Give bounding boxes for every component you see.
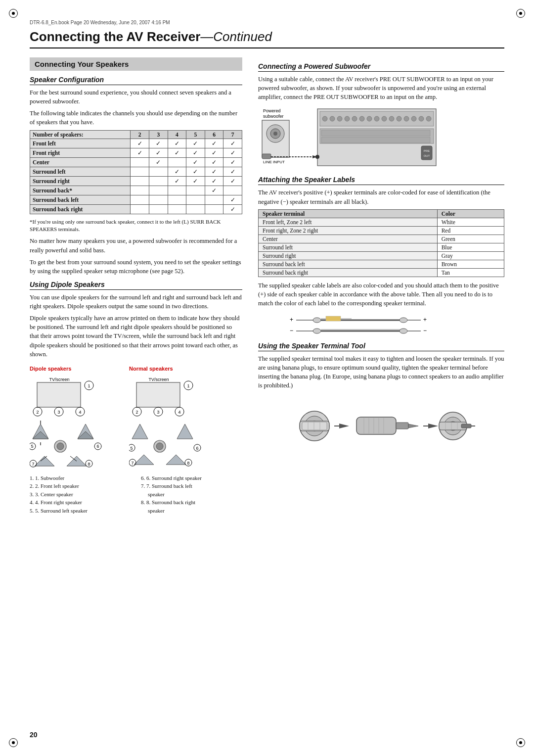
check-cell — [131, 176, 149, 186]
svg-text:Powered: Powered — [263, 108, 281, 113]
fn-7: 7. 7. Surround back left — [141, 482, 242, 490]
check-cell — [168, 195, 186, 204]
fn-8b: speaker — [141, 507, 242, 515]
svg-point-68 — [352, 116, 357, 121]
table-row: Surround leftBlue — [259, 243, 504, 251]
speaker-name: Surround back right — [30, 204, 131, 214]
svg-rect-80 — [321, 130, 430, 136]
svg-point-73 — [389, 116, 394, 121]
speaker-config-para2: The following table indicates the channe… — [30, 109, 242, 127]
svg-marker-124 — [428, 424, 438, 428]
svg-text:OUT: OUT — [424, 154, 430, 157]
terminal-color: Green — [437, 235, 504, 243]
subwoofer-para1: Using a suitable cable, connect the AV r… — [258, 75, 504, 101]
check-cell: ✓ — [205, 139, 223, 148]
corner-mark-br — [516, 738, 525, 747]
check-cell — [186, 195, 205, 204]
svg-point-90 — [313, 318, 321, 323]
check-cell: ✓ — [149, 148, 168, 157]
table-row: Surround right✓✓✓✓ — [30, 176, 242, 186]
normal-label-text: Normal speakers — [129, 366, 173, 372]
check-cell: ✓ — [223, 204, 242, 214]
check-cell: ✓ — [205, 157, 223, 167]
svg-point-78 — [426, 116, 431, 121]
svg-text:4: 4 — [178, 410, 180, 415]
terminal-name: Front right, Zone 2 right — [259, 226, 438, 235]
cable-label-area: + + − — [258, 313, 504, 337]
svg-text:4: 4 — [79, 410, 81, 415]
svg-rect-116 — [356, 417, 396, 434]
check-cell — [149, 167, 168, 176]
check-cell: ✓ — [186, 157, 205, 167]
title-main: Connecting the AV Receiver — [30, 29, 200, 44]
col-header-5: 5 — [186, 130, 205, 139]
svg-text:8: 8 — [88, 462, 90, 467]
speaker-config-para4: To get the best from your surround sound… — [30, 258, 242, 276]
dipole-para2: Dipole speakers typically have an arrow … — [30, 314, 242, 359]
svg-text:6: 6 — [96, 444, 99, 449]
svg-marker-48 — [134, 455, 154, 465]
terminal-color: Tan — [437, 268, 504, 277]
fn-4: 4. 4. Front right speaker — [30, 498, 131, 507]
svg-text:6: 6 — [196, 446, 198, 451]
terminal-name: Surround back right — [259, 268, 438, 277]
svg-point-66 — [337, 116, 342, 121]
check-cell — [131, 157, 149, 167]
check-cell — [149, 204, 168, 214]
svg-text:+: + — [290, 316, 293, 323]
check-cell: ✓ — [223, 157, 242, 167]
svg-text:5: 5 — [31, 444, 33, 449]
check-cell: ✓ — [186, 176, 205, 186]
section-box-speakers: Connecting Your Speakers — [30, 57, 242, 71]
right-column: Connecting a Powered Subwoofer Using a s… — [258, 57, 504, 515]
normal-diagram: TV/screen 1 2 3 — [129, 375, 221, 471]
check-cell: ✓ — [205, 176, 223, 186]
svg-marker-43 — [177, 424, 193, 439]
check-cell: ✓ — [168, 139, 186, 148]
svg-text:subwoofer: subwoofer — [263, 114, 284, 119]
check-cell: ✓ — [186, 167, 205, 176]
table-row: Center✓✓✓✓ — [30, 157, 242, 167]
check-cell: ✓ — [223, 148, 242, 157]
svg-point-76 — [411, 116, 416, 121]
speaker-name: Surround back* — [30, 186, 131, 195]
normal-label: Normal speakers — [129, 365, 221, 373]
check-cell: ✓ — [168, 167, 186, 176]
check-cell — [186, 204, 205, 214]
check-cell — [186, 186, 205, 195]
terminal-color: Red — [437, 226, 504, 235]
check-cell — [149, 176, 168, 186]
col-header-2: 2 — [131, 130, 149, 139]
check-cell — [168, 157, 186, 167]
svg-text:2: 2 — [36, 410, 39, 415]
terminal-name: Front left, Zone 2 left — [259, 218, 438, 226]
svg-point-67 — [345, 116, 350, 121]
table-row: Front left✓✓✓✓✓✓ — [30, 139, 242, 148]
subsection-dipole: Using Dipole Speakers — [30, 281, 242, 290]
check-cell — [205, 204, 223, 214]
check-cell: ✓ — [186, 148, 205, 157]
svg-text:2: 2 — [135, 410, 138, 415]
check-cell: ✓ — [223, 167, 242, 176]
svg-point-74 — [397, 116, 401, 121]
diagrams-row: TV/screen 1 2 3 — [30, 375, 242, 471]
header-meta: DTR-6.8_En.book Page 20 Wednesday, June … — [30, 20, 504, 25]
table-row: Surround back rightTan — [259, 268, 504, 277]
svg-point-65 — [330, 116, 335, 121]
svg-rect-81 — [321, 137, 430, 143]
table-row: Front right✓✓✓✓✓✓ — [30, 148, 242, 157]
speaker-name: Surround back left — [30, 195, 131, 204]
check-cell — [131, 195, 149, 204]
fn-2: 2. 2. Front left speaker — [30, 482, 131, 490]
svg-text:1: 1 — [88, 383, 90, 388]
check-cell — [205, 195, 223, 204]
svg-rect-93 — [326, 316, 341, 321]
speaker-config-footnote: *If you're using only one surround back … — [30, 218, 242, 234]
page-title: Connecting the AV Receiver—Continued — [30, 29, 504, 48]
color-col-header: Color — [437, 209, 504, 218]
svg-rect-133 — [461, 424, 471, 428]
labels-para2: The supplied speaker cable labels are al… — [258, 281, 504, 308]
check-cell — [168, 186, 186, 195]
speaker-config-table: Number of speakers: 2 3 4 5 6 7 Front le… — [30, 130, 242, 214]
diagram-footnotes: 1. 1. Subwoofer 2. 2. Front left speaker… — [30, 474, 242, 515]
